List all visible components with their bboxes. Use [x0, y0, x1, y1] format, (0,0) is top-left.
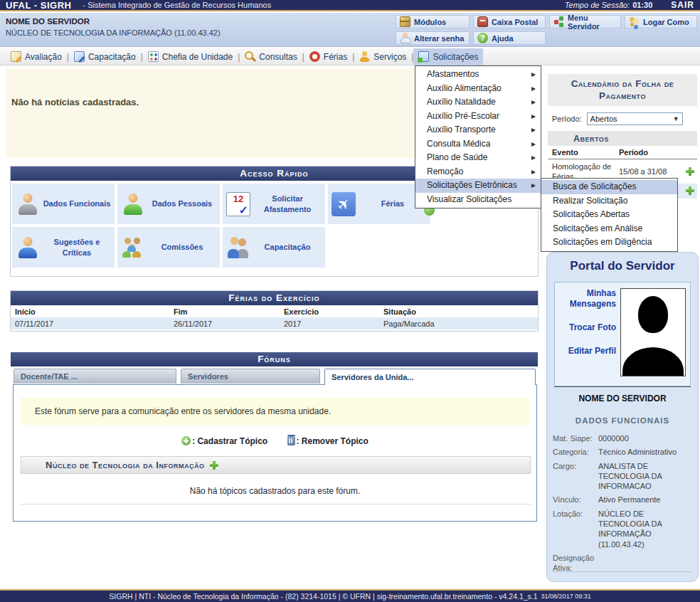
menu-item-label: Solicitações Eletrônicas: [427, 180, 517, 190]
forum-group-header: Núcleo de Tecnologia da Informação: [21, 456, 531, 474]
period-select[interactable]: Abertos: [587, 112, 683, 125]
card-label: Capacitação: [253, 242, 322, 252]
menu-item-label: Auxílio Natalidade: [427, 97, 496, 107]
alterar-senha-label: Alterar senha: [414, 34, 464, 43]
add-event-icon[interactable]: [686, 186, 694, 195]
add-event-icon[interactable]: [686, 167, 694, 176]
menu-servidor-button[interactable]: Menu Servidor: [549, 15, 621, 28]
menu-chefia-de-unidade[interactable]: Chefia de Unidade: [143, 48, 238, 65]
menu-item-label: Auxílio Transporte: [427, 125, 496, 134]
tab-servidores[interactable]: Servidores: [181, 369, 320, 384]
menu-item-label: Plano de Saúde: [427, 152, 487, 162]
menu-item-auxilio-alimentacao[interactable]: Auxílio Alimentação: [415, 82, 541, 96]
card-sugestoes-criticas[interactable]: Sugestões e Críticas: [12, 227, 115, 268]
caixa-postal-button[interactable]: Caixa Postal: [473, 15, 546, 28]
alterar-senha-button[interactable]: Alterar senha: [396, 31, 470, 45]
remove-topic-icon[interactable]: [287, 436, 295, 445]
tab-servidores-da-unidade[interactable]: Servidores da Unida...: [324, 369, 536, 385]
card-label: Dados Pessoais: [148, 199, 216, 208]
submenu-item-solicitacoes-em-analise[interactable]: Solicitações em Análise: [541, 222, 677, 236]
cell-periodo: 15/08 a 31/08: [619, 167, 686, 176]
portal-bottom-divider: [553, 571, 692, 572]
menu-label: Capacitação: [88, 52, 136, 62]
card-label: Dados Funcionais: [43, 199, 111, 208]
training-icon: [74, 51, 85, 62]
calendar-table-header: Evento Período: [548, 146, 697, 159]
submenu-item-label: Solicitações em Análise: [553, 223, 642, 233]
tab-docente-tae[interactable]: Docente/TAE ...: [14, 369, 176, 384]
menu-solicitacoes[interactable]: Solicitações: [413, 48, 483, 65]
card-solicitar-afastamento[interactable]: Solicitar Afastamento: [223, 184, 325, 224]
menu-item-auxilio-pre-escolar[interactable]: Auxílio Pré-Escolar: [415, 110, 541, 124]
people-group-icon: [121, 236, 145, 260]
forum-content: Este fórum serve para a comunicação entr…: [13, 384, 537, 522]
card-capacitacao[interactable]: Capacitação: [223, 227, 325, 268]
portal-divider: [554, 386, 691, 387]
submenu-item-label: Busca de Solicitações: [553, 181, 636, 191]
period-selected-value: Abertos: [590, 115, 617, 123]
submenu-item-solicitacoes-abertas[interactable]: Solicitações Abertas: [541, 208, 677, 222]
footer-timestamp: 31/08/2017 09:31: [541, 593, 591, 600]
field-row: Cargo: ANALISTA DE TECNOLOGIA DA INFORMA…: [553, 461, 694, 492]
request-doc-icon: [418, 51, 429, 62]
menu-servicos[interactable]: Serviços: [354, 48, 411, 65]
field-row: Vínculo: Ativo Permanente: [553, 495, 694, 505]
dados-funcionais-title: DADOS FUNCIONAIS: [547, 416, 698, 425]
field-value: Ativo Permanente: [598, 495, 694, 505]
ajuda-button[interactable]: Ajuda: [473, 31, 546, 45]
menu-label: Avaliação: [25, 52, 62, 62]
menu-item-solicitacoes-eletronicas[interactable]: Solicitações Eletrônicas: [415, 179, 541, 193]
col-situacao: Situação: [379, 305, 538, 317]
submenu-item-solicitacoes-em-diligencia[interactable]: Solicitações em Diligência: [541, 236, 677, 250]
card-dados-funcionais[interactable]: Dados Funcionais: [12, 184, 115, 224]
user-header: NOME DO SERVIDOR NÚCLEO DE TECNOLOGIA DA…: [0, 13, 700, 47]
logout-button[interactable]: SAIR: [671, 0, 694, 10]
portal-user-name: NOME DO SERVIDOR: [547, 394, 698, 403]
field-label: Lotação:: [553, 509, 598, 549]
no-news-message: Não há notícias cadastradas.: [11, 97, 139, 107]
forum-legend: : Cadastrar Tópico : Remover Tópico: [14, 436, 536, 446]
period-row: Período: Abertos: [548, 106, 697, 131]
portal-title: Portal do Servidor: [547, 259, 698, 273]
legend-cadastrar: : Cadastrar Tópico: [181, 436, 267, 446]
trocar-foto-link[interactable]: Trocar Foto: [558, 322, 616, 333]
menu-item-consulta-medica[interactable]: Consulta Médica: [415, 137, 541, 152]
submenu-item-realizar-solicitacao[interactable]: Realizar Solicitação: [541, 194, 677, 208]
submenu-item-busca-de-solicitacoes[interactable]: Busca de Solicitações: [541, 180, 677, 194]
two-people-icon: [226, 236, 250, 260]
add-topic-group-icon[interactable]: [209, 460, 218, 470]
person-icon: [359, 51, 370, 62]
col-periodo: Período: [619, 148, 697, 157]
foruns-panel: Fóruns Docente/TAE ... Servidores Servid…: [10, 352, 539, 523]
minhas-mensagens-link[interactable]: Minhas Mensagens: [558, 288, 616, 310]
menu-avaliacao[interactable]: Avaliação: [6, 48, 67, 65]
card-comissoes[interactable]: Comissões: [117, 227, 220, 268]
modules-icon: [400, 16, 410, 27]
menu-item-plano-de-saude[interactable]: Plano de Saúde: [415, 151, 541, 165]
forum-footer-row: [21, 504, 531, 514]
mailbox-icon: [477, 16, 488, 27]
menu-item-visualizar-solicitacoes[interactable]: Visualizar Solicitações: [415, 193, 541, 207]
menu-ferias[interactable]: Férias: [304, 48, 352, 65]
menu-item-afastamentos[interactable]: Afastamentos: [415, 68, 541, 82]
menu-item-auxilio-natalidade[interactable]: Auxílio Natalidade: [415, 95, 541, 110]
card-dados-pessoais[interactable]: Dados Pessoais: [117, 184, 220, 224]
logar-como-button[interactable]: Logar Como: [625, 15, 697, 28]
brand-logo: UFAL - SIGRH: [6, 0, 71, 11]
menu-consultas[interactable]: Consultas: [240, 48, 302, 65]
profile-links: Minhas Mensagens Trocar Foto Editar Perf…: [558, 288, 616, 369]
search-icon: [245, 51, 255, 62]
menu-item-auxilio-transporte[interactable]: Auxílio Transporte: [415, 123, 541, 137]
user-unit: NÚCLEO DE TECNOLOGIA DA INFORMAÇÃO (11.0…: [6, 28, 221, 37]
field-label: Cargo:: [553, 461, 598, 492]
card-label: Comissões: [148, 242, 216, 252]
menu-capacitacao[interactable]: Capacitação: [69, 48, 141, 65]
menu-item-remocao[interactable]: Remoção: [415, 165, 541, 179]
modulos-button[interactable]: Módulos: [396, 15, 470, 28]
menu-item-label: Auxílio Alimentação: [427, 83, 502, 93]
headset-person-icon: [16, 236, 40, 260]
employee-icon: [16, 192, 40, 216]
editar-perfil-link[interactable]: Editar Perfil: [558, 346, 616, 357]
field-row: Designação Ativa:: [553, 553, 694, 574]
add-topic-icon[interactable]: [181, 436, 191, 445]
